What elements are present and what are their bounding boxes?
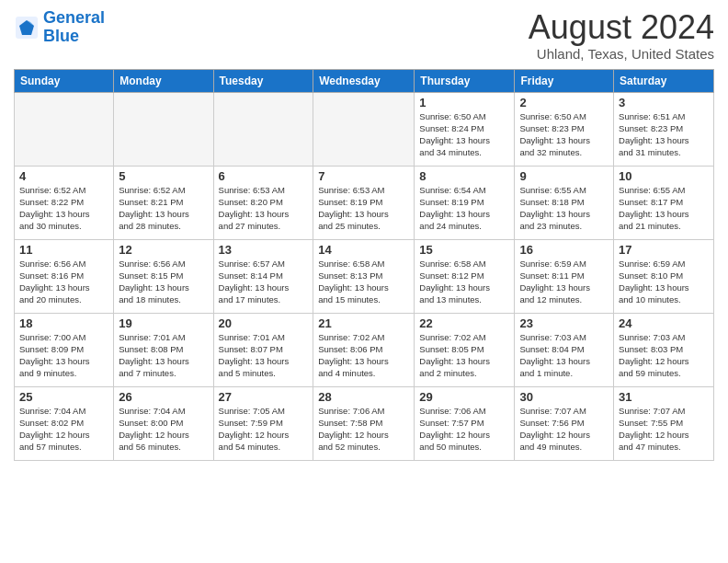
week-row-1: 1Sunrise: 6:50 AM Sunset: 8:24 PM Daylig… (15, 92, 714, 166)
day-number: 23 (519, 316, 609, 330)
day-number: 28 (318, 390, 409, 404)
day-info: Sunrise: 7:00 AM Sunset: 8:09 PM Dayligh… (19, 331, 108, 380)
header: General Blue August 2024 Uhland, Texas, … (14, 9, 714, 62)
calendar-cell-4-2: 27Sunrise: 7:05 AM Sunset: 7:59 PM Dayli… (213, 386, 313, 460)
weekday-header-monday: Monday (114, 69, 213, 92)
day-info: Sunrise: 6:56 AM Sunset: 8:16 PM Dayligh… (19, 258, 108, 306)
calendar-cell-0-5: 2Sunrise: 6:50 AM Sunset: 8:23 PM Daylig… (515, 92, 614, 166)
day-info: Sunrise: 6:55 AM Sunset: 8:17 PM Dayligh… (619, 184, 709, 233)
weekday-header-saturday: Saturday (614, 69, 714, 92)
calendar-cell-1-2: 6Sunrise: 6:53 AM Sunset: 8:20 PM Daylig… (213, 166, 313, 239)
calendar-cell-1-3: 7Sunrise: 6:53 AM Sunset: 8:19 PM Daylig… (313, 166, 415, 239)
calendar-cell-1-6: 10Sunrise: 6:55 AM Sunset: 8:17 PM Dayli… (614, 166, 714, 239)
day-info: Sunrise: 6:52 AM Sunset: 8:21 PM Dayligh… (119, 184, 208, 233)
logo: General Blue (14, 9, 105, 46)
calendar-cell-3-2: 20Sunrise: 7:01 AM Sunset: 8:07 PM Dayli… (213, 313, 313, 386)
weekday-header-wednesday: Wednesday (313, 69, 415, 92)
day-info: Sunrise: 6:53 AM Sunset: 8:19 PM Dayligh… (318, 184, 409, 233)
week-row-2: 4Sunrise: 6:52 AM Sunset: 8:22 PM Daylig… (15, 166, 714, 239)
day-info: Sunrise: 7:07 AM Sunset: 7:55 PM Dayligh… (619, 405, 709, 454)
day-number: 4 (19, 169, 108, 183)
weekday-header-sunday: Sunday (15, 69, 114, 92)
subtitle: Uhland, Texas, United States (529, 46, 714, 62)
main-title: August 2024 (529, 9, 714, 46)
calendar-cell-1-4: 8Sunrise: 6:54 AM Sunset: 8:19 PM Daylig… (415, 166, 515, 239)
calendar-cell-0-6: 3Sunrise: 6:51 AM Sunset: 8:23 PM Daylig… (614, 92, 714, 166)
day-info: Sunrise: 7:02 AM Sunset: 8:05 PM Dayligh… (419, 331, 509, 380)
day-info: Sunrise: 6:58 AM Sunset: 8:13 PM Dayligh… (318, 258, 409, 306)
day-number: 27 (219, 390, 309, 404)
day-info: Sunrise: 7:01 AM Sunset: 8:07 PM Dayligh… (219, 331, 309, 380)
day-number: 29 (419, 390, 509, 404)
calendar-cell-2-0: 11Sunrise: 6:56 AM Sunset: 8:16 PM Dayli… (15, 239, 114, 313)
day-number: 3 (619, 96, 709, 109)
day-info: Sunrise: 7:04 AM Sunset: 8:00 PM Dayligh… (119, 405, 208, 454)
day-info: Sunrise: 7:05 AM Sunset: 7:59 PM Dayligh… (219, 405, 309, 454)
day-number: 13 (219, 243, 309, 257)
calendar-cell-3-1: 19Sunrise: 7:01 AM Sunset: 8:08 PM Dayli… (114, 313, 213, 386)
day-number: 30 (519, 390, 609, 404)
day-number: 14 (318, 243, 409, 257)
calendar-cell-2-6: 17Sunrise: 6:59 AM Sunset: 8:10 PM Dayli… (614, 239, 714, 313)
day-info: Sunrise: 7:06 AM Sunset: 7:57 PM Dayligh… (419, 405, 509, 454)
logo-line2: Blue (43, 27, 79, 45)
calendar-cell-0-2 (213, 92, 313, 166)
day-number: 2 (519, 96, 609, 109)
calendar-cell-3-0: 18Sunrise: 7:00 AM Sunset: 8:09 PM Dayli… (15, 313, 114, 386)
calendar-cell-0-4: 1Sunrise: 6:50 AM Sunset: 8:24 PM Daylig… (415, 92, 515, 166)
calendar-cell-0-3 (313, 92, 415, 166)
calendar-cell-2-3: 14Sunrise: 6:58 AM Sunset: 8:13 PM Dayli… (313, 239, 415, 313)
calendar-body: 1Sunrise: 6:50 AM Sunset: 8:24 PM Daylig… (15, 92, 714, 460)
day-number: 21 (318, 316, 409, 330)
day-number: 9 (519, 169, 609, 183)
weekday-header-row: SundayMondayTuesdayWednesdayThursdayFrid… (15, 69, 714, 92)
logo-text: General Blue (43, 9, 105, 46)
week-row-3: 11Sunrise: 6:56 AM Sunset: 8:16 PM Dayli… (15, 239, 714, 313)
day-number: 8 (419, 169, 509, 183)
day-number: 15 (419, 243, 509, 257)
day-number: 6 (219, 169, 309, 183)
day-info: Sunrise: 7:03 AM Sunset: 8:04 PM Dayligh… (519, 331, 609, 380)
calendar-cell-2-1: 12Sunrise: 6:56 AM Sunset: 8:15 PM Dayli… (114, 239, 213, 313)
calendar-cell-4-0: 25Sunrise: 7:04 AM Sunset: 8:02 PM Dayli… (15, 386, 114, 460)
day-info: Sunrise: 7:02 AM Sunset: 8:06 PM Dayligh… (318, 331, 409, 380)
day-number: 16 (519, 243, 609, 257)
calendar-cell-4-1: 26Sunrise: 7:04 AM Sunset: 8:00 PM Dayli… (114, 386, 213, 460)
calendar-cell-2-4: 15Sunrise: 6:58 AM Sunset: 8:12 PM Dayli… (415, 239, 515, 313)
day-number: 11 (19, 243, 108, 257)
day-number: 7 (318, 169, 409, 183)
day-info: Sunrise: 6:58 AM Sunset: 8:12 PM Dayligh… (419, 258, 509, 306)
day-info: Sunrise: 7:01 AM Sunset: 8:08 PM Dayligh… (119, 331, 208, 380)
day-info: Sunrise: 7:07 AM Sunset: 7:56 PM Dayligh… (519, 405, 609, 454)
day-number: 25 (19, 390, 108, 404)
day-info: Sunrise: 6:52 AM Sunset: 8:22 PM Dayligh… (19, 184, 108, 233)
day-number: 18 (19, 316, 108, 330)
calendar-table: SundayMondayTuesdayWednesdayThursdayFrid… (14, 69, 714, 461)
day-number: 24 (619, 316, 709, 330)
calendar-cell-1-5: 9Sunrise: 6:55 AM Sunset: 8:18 PM Daylig… (515, 166, 614, 239)
calendar-cell-3-5: 23Sunrise: 7:03 AM Sunset: 8:04 PM Dayli… (515, 313, 614, 386)
calendar-cell-1-1: 5Sunrise: 6:52 AM Sunset: 8:21 PM Daylig… (114, 166, 213, 239)
day-number: 20 (219, 316, 309, 330)
day-info: Sunrise: 7:04 AM Sunset: 8:02 PM Dayligh… (19, 405, 108, 454)
weekday-header-tuesday: Tuesday (213, 69, 313, 92)
day-info: Sunrise: 6:51 AM Sunset: 8:23 PM Dayligh… (619, 110, 709, 159)
calendar-cell-0-0 (15, 92, 114, 166)
day-info: Sunrise: 6:57 AM Sunset: 8:14 PM Dayligh… (219, 258, 309, 306)
day-info: Sunrise: 6:55 AM Sunset: 8:18 PM Dayligh… (519, 184, 609, 233)
week-row-4: 18Sunrise: 7:00 AM Sunset: 8:09 PM Dayli… (15, 313, 714, 386)
day-info: Sunrise: 7:03 AM Sunset: 8:03 PM Dayligh… (619, 331, 709, 380)
day-number: 12 (119, 243, 208, 257)
calendar-cell-4-3: 28Sunrise: 7:06 AM Sunset: 7:58 PM Dayli… (313, 386, 415, 460)
day-info: Sunrise: 6:59 AM Sunset: 8:11 PM Dayligh… (519, 258, 609, 306)
logo-icon (14, 15, 40, 40)
calendar-cell-4-4: 29Sunrise: 7:06 AM Sunset: 7:57 PM Dayli… (415, 386, 515, 460)
day-info: Sunrise: 6:50 AM Sunset: 8:24 PM Dayligh… (419, 110, 509, 159)
day-number: 22 (419, 316, 509, 330)
calendar-cell-3-3: 21Sunrise: 7:02 AM Sunset: 8:06 PM Dayli… (313, 313, 415, 386)
day-info: Sunrise: 6:50 AM Sunset: 8:23 PM Dayligh… (519, 110, 609, 159)
day-info: Sunrise: 6:53 AM Sunset: 8:20 PM Dayligh… (219, 184, 309, 233)
calendar-cell-2-5: 16Sunrise: 6:59 AM Sunset: 8:11 PM Dayli… (515, 239, 614, 313)
day-info: Sunrise: 6:54 AM Sunset: 8:19 PM Dayligh… (419, 184, 509, 233)
day-number: 5 (119, 169, 208, 183)
